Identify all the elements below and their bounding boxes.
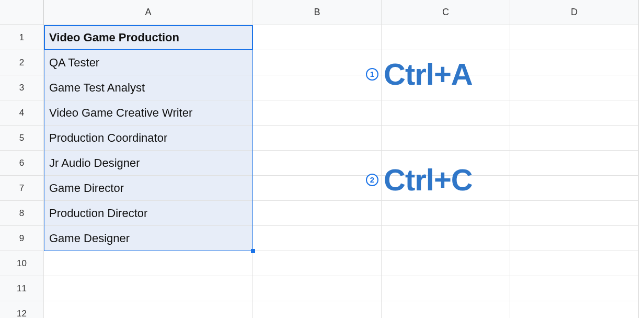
cell-A4[interactable]: Video Game Creative Writer (44, 100, 253, 126)
cell-D6[interactable] (510, 151, 639, 176)
cell-A10[interactable] (44, 251, 253, 276)
row-header-2[interactable]: 2 (0, 50, 44, 75)
cell-C3[interactable] (382, 75, 510, 100)
cell-D10[interactable] (510, 251, 639, 276)
cell-A6[interactable]: Jr Audio Designer (44, 151, 253, 176)
cell-A8[interactable]: Production Director (44, 201, 253, 226)
cell-D1[interactable] (510, 25, 639, 50)
cell-B5[interactable] (253, 126, 382, 151)
cell-D2[interactable] (510, 50, 639, 75)
cell-B3[interactable] (253, 75, 382, 100)
cell-C7[interactable] (382, 176, 510, 201)
row-header-12[interactable]: 12 (0, 301, 44, 318)
cell-A7[interactable]: Game Director (44, 176, 253, 201)
cell-B10[interactable] (253, 251, 382, 276)
select-all-corner[interactable] (0, 0, 44, 25)
row-header-1[interactable]: 1 (0, 25, 44, 50)
cell-D7[interactable] (510, 176, 639, 201)
cell-B6[interactable] (253, 151, 382, 176)
cell-B12[interactable] (253, 301, 382, 318)
cell-D3[interactable] (510, 75, 639, 100)
cell-B4[interactable] (253, 100, 382, 126)
cell-C1[interactable] (382, 25, 510, 50)
cell-B8[interactable] (253, 201, 382, 226)
cell-D8[interactable] (510, 201, 639, 226)
col-header-B[interactable]: B (253, 0, 382, 25)
row-header-4[interactable]: 4 (0, 100, 44, 126)
cell-D9[interactable] (510, 226, 639, 251)
cell-C4[interactable] (382, 100, 510, 126)
row-header-11[interactable]: 11 (0, 276, 44, 301)
cell-C8[interactable] (382, 201, 510, 226)
row-header-7[interactable]: 7 (0, 176, 44, 201)
cell-C11[interactable] (382, 276, 510, 301)
cell-A11[interactable] (44, 276, 253, 301)
cell-B2[interactable] (253, 50, 382, 75)
cell-B9[interactable] (253, 226, 382, 251)
cell-A12[interactable] (44, 301, 253, 318)
cell-B11[interactable] (253, 276, 382, 301)
cell-B7[interactable] (253, 176, 382, 201)
cell-C6[interactable] (382, 151, 510, 176)
cell-A9[interactable]: Game Designer (44, 226, 253, 251)
cell-C12[interactable] (382, 301, 510, 318)
col-header-D[interactable]: D (510, 0, 639, 25)
cell-A2[interactable]: QA Tester (44, 50, 253, 75)
cell-C5[interactable] (382, 126, 510, 151)
cell-D11[interactable] (510, 276, 639, 301)
row-header-8[interactable]: 8 (0, 201, 44, 226)
spreadsheet-grid[interactable]: A B C D 1 Video Game Production 2 QA Tes… (0, 0, 644, 318)
cell-B1[interactable] (253, 25, 382, 50)
cell-C9[interactable] (382, 226, 510, 251)
col-header-A[interactable]: A (44, 0, 253, 25)
cell-D12[interactable] (510, 301, 639, 318)
cell-C10[interactable] (382, 251, 510, 276)
row-header-10[interactable]: 10 (0, 251, 44, 276)
cell-A1[interactable]: Video Game Production (44, 25, 253, 50)
cell-A3[interactable]: Game Test Analyst (44, 75, 253, 100)
cell-C2[interactable] (382, 50, 510, 75)
row-header-3[interactable]: 3 (0, 75, 44, 100)
row-header-5[interactable]: 5 (0, 126, 44, 151)
col-header-C[interactable]: C (382, 0, 510, 25)
fill-handle[interactable] (251, 249, 255, 253)
cell-D4[interactable] (510, 100, 639, 126)
row-header-6[interactable]: 6 (0, 151, 44, 176)
cell-A5[interactable]: Production Coordinator (44, 126, 253, 151)
cell-D5[interactable] (510, 126, 639, 151)
row-header-9[interactable]: 9 (0, 226, 44, 251)
